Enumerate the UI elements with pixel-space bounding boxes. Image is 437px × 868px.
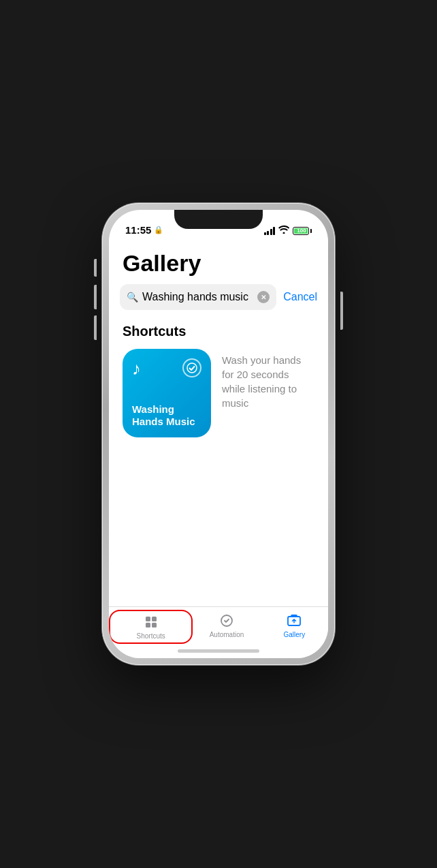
battery-icon: 100: [293, 227, 312, 235]
page-title: Gallery: [109, 240, 328, 284]
tab-gallery-label: Gallery: [283, 631, 305, 638]
silent-button[interactable]: [94, 259, 97, 277]
phone-frame: 11:55 🔒 100: [102, 203, 335, 665]
shortcuts-tab-icon: [143, 614, 159, 630]
automation-tab-icon: [218, 613, 235, 629]
status-right-icons: 100: [264, 226, 312, 236]
power-button[interactable]: [340, 292, 343, 330]
shortcut-row: ♪ WashingHands Music Wash your hands for…: [109, 349, 328, 437]
card-label: WashingHands Music: [132, 403, 201, 428]
search-bar-wrapper: 🔍 Washing hands music ✕ Cancel: [109, 284, 328, 321]
home-indicator: [178, 649, 259, 653]
section-title-shortcuts: Shortcuts: [109, 321, 328, 349]
signal-icon: [264, 227, 276, 235]
screen-content: Gallery 🔍 Washing hands music ✕ Cancel S…: [109, 240, 328, 620]
search-bar[interactable]: 🔍 Washing hands music ✕: [120, 284, 276, 310]
check-circle-icon: [182, 358, 201, 377]
tab-shortcuts[interactable]: Shortcuts: [109, 610, 193, 644]
notch: [174, 210, 263, 229]
svg-rect-2: [152, 617, 157, 621]
status-time: 11:55 🔒: [125, 224, 163, 236]
music-note-icon: ♪: [132, 358, 141, 379]
svg-rect-3: [146, 623, 150, 627]
shortcut-description: Wash your hands for 20 seconds while lis…: [222, 349, 314, 410]
svg-rect-4: [152, 623, 157, 627]
tab-automation-label: Automation: [210, 631, 244, 638]
phone-screen: 11:55 🔒 100: [109, 210, 328, 658]
volume-down-button[interactable]: [94, 315, 97, 340]
search-icon: 🔍: [127, 292, 138, 303]
svg-rect-1: [146, 617, 150, 621]
tab-automation[interactable]: Automation: [193, 613, 260, 638]
tab-gallery[interactable]: Gallery: [261, 613, 328, 638]
gallery-tab-icon: [286, 613, 302, 629]
battery-percentage: 100: [294, 228, 309, 234]
time-display: 11:55: [125, 224, 151, 236]
volume-up-button[interactable]: [94, 285, 97, 309]
svg-point-0: [187, 363, 197, 373]
tab-shortcuts-label: Shortcuts: [137, 632, 165, 640]
search-clear-button[interactable]: ✕: [257, 291, 270, 303]
card-top: ♪: [132, 358, 201, 379]
search-input[interactable]: Washing hands music: [142, 291, 253, 303]
cancel-button[interactable]: Cancel: [283, 291, 317, 303]
shortcut-card[interactable]: ♪ WashingHands Music: [123, 349, 211, 437]
wifi-icon: [278, 226, 289, 236]
lock-icon: 🔒: [154, 226, 163, 234]
